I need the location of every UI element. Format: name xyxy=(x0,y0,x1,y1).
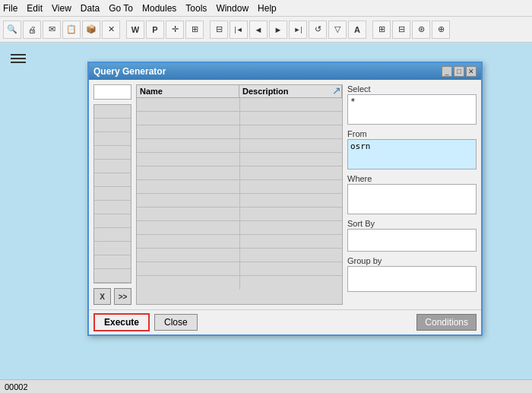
w-toolbar-btn[interactable]: W xyxy=(126,21,144,39)
select-group: Select xyxy=(347,84,477,125)
from-label: From xyxy=(347,129,477,138)
print-toolbar-btn[interactable]: 🖨 xyxy=(23,21,41,39)
left-action-buttons: X >> xyxy=(93,288,131,305)
table-rows xyxy=(136,97,343,305)
list-item[interactable] xyxy=(94,255,131,269)
list-item[interactable] xyxy=(94,132,131,146)
list-item[interactable] xyxy=(94,187,131,201)
close-button[interactable]: Close xyxy=(154,314,198,331)
last-toolbar-btn[interactable]: ►| xyxy=(289,21,307,39)
text-toolbar-btn[interactable]: A xyxy=(348,21,366,39)
menu-modules[interactable]: Modules xyxy=(142,3,176,14)
table-row[interactable] xyxy=(137,153,342,166)
dialog-close-btn[interactable]: ✕ xyxy=(466,66,477,77)
where-group: Where xyxy=(347,174,477,214)
next-toolbar-btn[interactable]: ► xyxy=(269,21,287,39)
execute-button[interactable]: Execute xyxy=(93,313,150,331)
table-row[interactable] xyxy=(137,98,342,112)
list-item[interactable] xyxy=(94,242,131,255)
left-list xyxy=(93,104,131,284)
cell-name xyxy=(137,98,240,111)
sort-by-label: Sort By xyxy=(347,219,477,228)
table-row[interactable] xyxy=(137,235,342,249)
search-toolbar-btn[interactable]: 🔍 xyxy=(3,21,21,39)
remove-toolbar-btn[interactable]: ⊟ xyxy=(392,21,410,39)
menu-tools[interactable]: Tools xyxy=(185,3,207,14)
list-item[interactable] xyxy=(94,105,131,119)
cell-desc xyxy=(240,180,343,193)
menu-edit[interactable]: Edit xyxy=(27,3,43,14)
list-item[interactable] xyxy=(94,228,131,242)
clipboard-toolbar-btn[interactable]: 📋 xyxy=(62,21,81,39)
arrow-button[interactable]: >> xyxy=(114,288,131,305)
table-row[interactable] xyxy=(137,125,342,139)
menu-file[interactable]: File xyxy=(3,3,17,14)
dialog-body: X >> Name Description ↗ xyxy=(89,80,481,309)
table-row[interactable] xyxy=(137,112,342,125)
menu-help[interactable]: Help xyxy=(258,3,277,14)
x-button[interactable]: X xyxy=(93,288,111,305)
first-toolbar-btn[interactable]: |◄ xyxy=(230,21,248,39)
table-row[interactable] xyxy=(137,139,342,153)
email-toolbar-btn[interactable]: ✉ xyxy=(43,21,61,39)
refresh-toolbar-btn[interactable]: ↺ xyxy=(309,21,327,39)
from-input[interactable] xyxy=(347,139,477,170)
table-row[interactable] xyxy=(137,194,342,208)
list-item[interactable] xyxy=(94,119,131,132)
dialog-minimize-btn[interactable]: _ xyxy=(442,66,452,77)
add-toolbar-btn[interactable]: ⊕ xyxy=(432,21,450,39)
table-row[interactable] xyxy=(137,276,342,290)
star-toolbar-btn[interactable]: ⊛ xyxy=(412,21,430,39)
list-item[interactable] xyxy=(94,269,131,283)
left-column: X >> xyxy=(93,84,131,305)
expand-table-icon[interactable]: ↗ xyxy=(331,84,343,97)
cell-name xyxy=(137,276,240,290)
left-search-input[interactable] xyxy=(93,84,131,100)
where-label: Where xyxy=(347,174,477,183)
group-by-label: Group by xyxy=(347,256,477,265)
menu-goto[interactable]: Go To xyxy=(109,3,133,14)
sort-by-input[interactable] xyxy=(347,229,477,252)
table2-toolbar-btn[interactable]: ⊟ xyxy=(210,21,228,39)
list-item[interactable] xyxy=(94,214,131,228)
cell-desc xyxy=(240,235,343,248)
filter-toolbar-btn[interactable]: ▽ xyxy=(328,21,347,39)
col-name: Name xyxy=(137,85,239,97)
table-row[interactable] xyxy=(137,221,342,235)
hamburger-menu[interactable] xyxy=(11,52,26,65)
cell-desc xyxy=(240,139,343,152)
menu-window[interactable]: Window xyxy=(216,3,249,14)
toolbar: 🔍 🖨 ✉ 📋 📦 ✕ W P ✛ ⊞ ⊟ |◄ ◄ ► ►| ↺ ▽ A ⊞ … xyxy=(0,17,532,43)
from-group: From xyxy=(347,129,477,170)
dialog-restore-btn[interactable]: □ xyxy=(454,66,464,77)
cell-desc xyxy=(240,221,343,234)
list-item[interactable] xyxy=(94,146,131,160)
statusbar-value: 00002 xyxy=(5,382,28,391)
prev-toolbar-btn[interactable]: ◄ xyxy=(249,21,268,39)
cell-desc xyxy=(240,112,343,125)
grid-toolbar-btn[interactable]: ⊞ xyxy=(185,21,204,39)
where-input[interactable] xyxy=(347,184,477,214)
select-label: Select xyxy=(347,84,477,93)
menu-view[interactable]: View xyxy=(52,3,71,14)
cell-desc xyxy=(240,262,343,275)
group-by-input[interactable] xyxy=(347,266,477,292)
table-row[interactable] xyxy=(137,249,342,262)
layout-toolbar-btn[interactable]: ⊞ xyxy=(372,21,391,39)
p-toolbar-btn[interactable]: P xyxy=(146,21,164,39)
x-toolbar-btn[interactable]: ✕ xyxy=(102,21,120,39)
list-item[interactable] xyxy=(94,173,131,187)
box-toolbar-btn[interactable]: 📦 xyxy=(82,21,100,39)
list-item[interactable] xyxy=(94,201,131,214)
cell-name xyxy=(137,235,240,248)
select-input[interactable] xyxy=(347,94,477,125)
conditions-button[interactable]: Conditions xyxy=(416,314,477,331)
list-item[interactable] xyxy=(94,160,131,173)
table-row[interactable] xyxy=(137,208,342,221)
table-row[interactable] xyxy=(137,166,342,180)
table-row[interactable] xyxy=(137,262,342,276)
table-row[interactable] xyxy=(137,180,342,194)
right-form: Select From Where Sort By Group by xyxy=(347,84,477,305)
cross-toolbar-btn[interactable]: ✛ xyxy=(166,21,184,39)
menu-data[interactable]: Data xyxy=(81,3,100,14)
